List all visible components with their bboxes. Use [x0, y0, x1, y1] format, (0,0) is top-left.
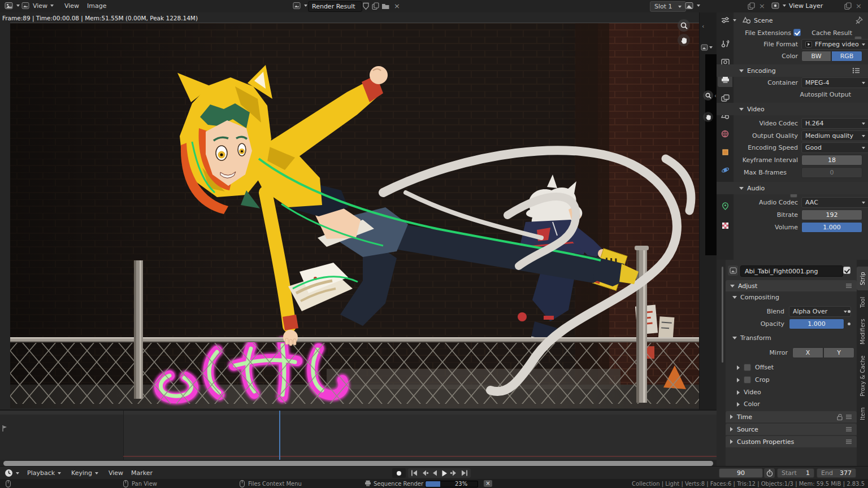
tab-modifiers[interactable]: Modifiers [857, 314, 868, 349]
mini-zoom-gizmo[interactable] [703, 90, 713, 101]
close-x-icon[interactable]: × [759, 2, 765, 10]
timeline-editor-type-button[interactable] [5, 469, 19, 477]
next-keyframe-icon[interactable] [450, 470, 458, 476]
tab-proxy-cache[interactable]: Proxy & Cache [857, 351, 868, 401]
timeline-region[interactable] [0, 409, 717, 467]
strip-mute-checkbox[interactable] [843, 267, 850, 274]
properties-editor-type-button[interactable] [721, 16, 736, 24]
play-icon[interactable] [440, 470, 448, 477]
menu-image[interactable]: Image [85, 2, 108, 10]
open-folder-icon[interactable] [381, 3, 390, 10]
presets-menu-icon[interactable] [852, 67, 860, 74]
image-pick-button[interactable] [685, 2, 700, 10]
image-mode-dropdown[interactable]: View [21, 2, 54, 10]
menu-view[interactable]: View [62, 2, 81, 10]
opacity-field[interactable]: 1.000 [789, 319, 844, 329]
mini-viewport[interactable] [705, 54, 717, 255]
max-bframes-field[interactable]: 0 [801, 167, 862, 178]
duplicate-icon[interactable] [372, 2, 379, 10]
menu-playback[interactable]: Playback [25, 469, 63, 477]
audio-panel-header[interactable]: Audio [717, 182, 868, 194]
blend-dropdown[interactable]: Alpha Over [789, 306, 851, 317]
color-bw-button[interactable]: BW [801, 51, 831, 62]
bitrate-field[interactable]: 192 [801, 210, 862, 220]
custom-properties-panel-header[interactable]: Custom Properties [726, 436, 857, 447]
transform-subpanel-header[interactable]: Transform [732, 334, 771, 342]
editor-type-button[interactable] [5, 2, 20, 10]
play-reverse-icon[interactable] [431, 470, 439, 476]
menu-timeline-view[interactable]: View [106, 469, 125, 477]
file-extensions-checkbox[interactable] [793, 29, 801, 36]
color-subpanel-header[interactable]: Color [737, 400, 760, 408]
unlink-x-icon[interactable]: × [394, 2, 400, 10]
panel-menu-icon[interactable] [845, 426, 852, 432]
current-frame-field[interactable]: 90 [719, 468, 763, 478]
mirror-x-button[interactable]: X [792, 347, 823, 358]
tab-item[interactable]: Item [857, 403, 868, 425]
strip-type-button[interactable] [728, 265, 738, 276]
animate-dot-icon[interactable] [848, 323, 850, 325]
timeline-hscrollbar-thumb[interactable] [3, 461, 713, 466]
source-panel-header[interactable]: Source [726, 424, 857, 435]
menu-keying[interactable]: Keying [69, 469, 101, 477]
auto-key-button[interactable] [392, 468, 406, 478]
duplicate-icon[interactable] [748, 2, 755, 10]
compositing-subpanel-header[interactable]: Compositing [732, 294, 779, 301]
end-frame-field[interactable]: End 377 [817, 468, 856, 478]
crop-checkbox[interactable] [744, 376, 751, 384]
image-datablock-button[interactable] [293, 2, 307, 10]
breadcrumb[interactable]: Scene [754, 17, 773, 24]
marker-flag-icon[interactable] [2, 425, 7, 432]
view-layer-type-button[interactable] [771, 2, 786, 10]
tab-strip[interactable]: Strip [857, 267, 868, 290]
duplicate-icon[interactable] [844, 2, 852, 10]
close-x-icon[interactable]: × [856, 2, 862, 10]
cancel-job-button[interactable]: × [484, 480, 492, 487]
output-quality-dropdown[interactable]: Medium quality [801, 130, 868, 141]
panel-menu-icon[interactable] [845, 283, 852, 289]
offset-subpanel-header[interactable]: Offset [737, 364, 774, 371]
pin-icon[interactable] [856, 16, 863, 24]
zoom-gizmo[interactable] [678, 19, 690, 32]
jump-to-start-icon[interactable] [410, 470, 419, 476]
playhead[interactable] [279, 411, 280, 460]
keyframe-interval-field[interactable]: 18 [801, 155, 862, 165]
adjust-panel-header[interactable]: Adjust [726, 280, 857, 291]
crop-subpanel-header[interactable]: Crop [737, 376, 770, 384]
expand-panel-arrow[interactable]: ‹ [702, 23, 704, 30]
mini-pan-gizmo[interactable] [703, 112, 713, 122]
video-codec-dropdown[interactable]: H.264 [801, 118, 868, 129]
panel-menu-icon[interactable] [845, 439, 852, 445]
lock-open-icon[interactable] [837, 413, 843, 420]
offset-checkbox[interactable] [744, 364, 751, 371]
panel-menu-icon[interactable] [845, 414, 852, 420]
jump-to-end-icon[interactable] [460, 470, 468, 476]
audio-codec-dropdown[interactable]: AAC [801, 197, 868, 208]
encoding-speed-dropdown[interactable]: Good [801, 142, 868, 153]
animate-dot-icon[interactable] [848, 310, 850, 313]
prev-keyframe-icon[interactable] [420, 470, 429, 476]
time-panel-header[interactable]: Time [726, 411, 857, 422]
menu-marker[interactable]: Marker [129, 469, 155, 477]
tab-tool-sidebar[interactable]: Tool [857, 293, 868, 312]
file-format-dropdown[interactable]: FFmpeg video [801, 39, 868, 50]
use-preview-range-button[interactable] [764, 468, 775, 478]
start-frame-field[interactable]: Start 1 [777, 468, 814, 478]
video-subpanel-header[interactable]: Video [737, 389, 761, 396]
image-name-field[interactable]: Render Result [308, 1, 362, 12]
render-slot-dropdown[interactable]: Slot 1 [650, 1, 686, 12]
sidebar-scrollbar[interactable] [722, 267, 723, 363]
view-layer-name[interactable]: View Layer [789, 2, 823, 10]
volume-field[interactable]: 1.000 [801, 222, 862, 233]
encoding-panel-header[interactable]: Encoding [717, 64, 868, 77]
video-panel-header[interactable]: Video [717, 103, 868, 115]
container-dropdown[interactable]: MPEG-4 [801, 77, 868, 88]
image-editor-viewport[interactable]: Frame:89 | Time:00:00.08 | Mem:51.55M (0… [0, 12, 699, 409]
color-subpanel-title: Color [744, 400, 760, 408]
strip-name-field[interactable]: Abi_Tabi_Fight0001.png [740, 265, 843, 277]
pan-gizmo[interactable] [678, 34, 690, 46]
mirror-y-button[interactable]: Y [823, 347, 854, 358]
fake-user-shield-icon[interactable] [362, 2, 370, 10]
strip-editor-type-button[interactable] [701, 44, 713, 51]
color-rgb-button[interactable]: RGB [831, 51, 862, 62]
